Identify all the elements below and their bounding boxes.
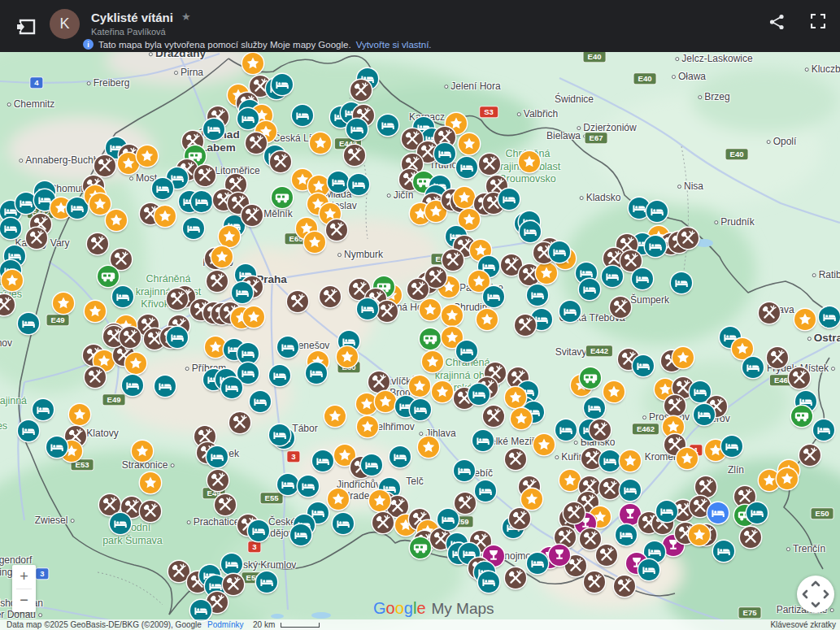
- marker-bed-icon[interactable]: [110, 513, 131, 534]
- marker-star-icon[interactable]: [242, 53, 263, 74]
- marker-bed-icon[interactable]: [237, 343, 259, 364]
- marker-bed-icon[interactable]: [584, 398, 605, 419]
- marker-bed-icon[interactable]: [549, 241, 570, 263]
- marker-bed-icon[interactable]: [520, 221, 541, 242]
- marker-star-icon[interactable]: [505, 387, 526, 408]
- marker-star-icon[interactable]: [409, 376, 430, 397]
- marker-bed-icon[interactable]: [155, 376, 176, 397]
- marker-bed-icon[interactable]: [671, 272, 692, 293]
- marker-star-icon[interactable]: [521, 489, 542, 510]
- zoom-in-button[interactable]: +: [12, 565, 36, 589]
- marker-food-icon[interactable]: [0, 294, 15, 315]
- marker-food-icon[interactable]: [584, 571, 605, 593]
- marker-food-icon[interactable]: [479, 154, 500, 175]
- marker-star-icon[interactable]: [777, 468, 798, 489]
- marker-food-icon[interactable]: [207, 271, 228, 292]
- marker-bed-icon[interactable]: [312, 450, 333, 471]
- marker-food-icon[interactable]: [270, 151, 291, 172]
- marker-food-icon[interactable]: [287, 291, 308, 312]
- marker-bed-icon[interactable]: [277, 474, 298, 495]
- marker-food-icon[interactable]: [664, 395, 685, 416]
- marker-bed-icon[interactable]: [478, 571, 499, 593]
- marker-bed-icon[interactable]: [290, 524, 311, 545]
- marker-camp-icon[interactable]: [98, 266, 119, 287]
- marker-bed-icon[interactable]: [656, 501, 677, 522]
- marker-food-icon[interactable]: [350, 80, 372, 101]
- marker-camp-icon[interactable]: [791, 406, 812, 427]
- marker-bed-icon[interactable]: [221, 554, 242, 575]
- marker-bed-icon[interactable]: [410, 399, 431, 420]
- marker-food-icon[interactable]: [596, 545, 617, 566]
- marker-bed-icon[interactable]: [112, 286, 133, 307]
- marker-food-icon[interactable]: [505, 567, 526, 589]
- avatar[interactable]: K: [50, 9, 80, 39]
- marker-bed-icon[interactable]: [152, 178, 173, 199]
- marker-star-icon[interactable]: [328, 489, 349, 510]
- marker-star-icon[interactable]: [422, 351, 443, 372]
- marker-star-icon[interactable]: [375, 391, 396, 412]
- marker-bed-icon[interactable]: [348, 174, 369, 195]
- marker-food-icon[interactable]: [564, 502, 585, 524]
- marker-bed-icon[interactable]: [498, 189, 520, 210]
- marker-food-icon[interactable]: [207, 470, 228, 491]
- marker-bed-icon[interactable]: [298, 476, 319, 497]
- marker-bed-icon[interactable]: [390, 446, 411, 467]
- marker-star-icon[interactable]: [794, 309, 816, 330]
- marker-star-icon[interactable]: [533, 434, 555, 455]
- marker-bed-icon[interactable]: [269, 424, 290, 445]
- marker-bed-icon[interactable]: [18, 420, 39, 441]
- marker-bed-icon[interactable]: [616, 524, 637, 545]
- marker-star-icon[interactable]: [369, 490, 390, 511]
- marker-bed-icon[interactable]: [183, 218, 204, 239]
- marker-bed-icon[interactable]: [248, 520, 269, 541]
- marker-food-icon[interactable]: [677, 228, 699, 249]
- marker-food-icon[interactable]: [509, 508, 530, 529]
- marker-bed-icon[interactable]: [292, 105, 313, 126]
- marker-bed-icon[interactable]: [33, 399, 54, 420]
- marker-food-icon[interactable]: [407, 279, 429, 300]
- marker-food-icon[interactable]: [614, 576, 635, 597]
- marker-food-icon[interactable]: [505, 449, 526, 470]
- marker-bed-icon[interactable]: [18, 313, 39, 334]
- marker-bed-icon[interactable]: [746, 502, 768, 524]
- marker-bed-icon[interactable]: [713, 541, 734, 562]
- create-own-map-link[interactable]: Vytvořte si vlastní.: [356, 40, 432, 50]
- marker-bed-icon[interactable]: [357, 298, 378, 319]
- marker-food-icon[interactable]: [167, 289, 188, 310]
- marker-bed-icon[interactable]: [599, 450, 620, 471]
- marker-star-icon[interactable]: [324, 406, 346, 427]
- marker-bed-icon[interactable]: [221, 377, 242, 398]
- marker-bed-icon[interactable]: [167, 327, 188, 348]
- marker-camp-icon[interactable]: [420, 328, 441, 350]
- marker-food-icon[interactable]: [368, 371, 390, 393]
- marker-food-icon[interactable]: [320, 286, 341, 307]
- marker-food-icon[interactable]: [767, 347, 788, 368]
- marker-food-icon[interactable]: [87, 233, 108, 254]
- marker-star-icon[interactable]: [140, 472, 161, 493]
- marker-star-icon[interactable]: [357, 416, 378, 437]
- map[interactable]: ChemnitzFreibergPirnaDrážďanyAnnaberg-Bu…: [0, 52, 840, 630]
- marker-star-icon[interactable]: [132, 441, 153, 462]
- marker-food-icon[interactable]: [26, 228, 47, 249]
- marker-bed-icon[interactable]: [742, 357, 764, 378]
- marker-star-icon[interactable]: [511, 408, 532, 429]
- marker-bed-icon[interactable]: [306, 363, 327, 384]
- marker-bed-icon[interactable]: [203, 119, 224, 140]
- marker-bed-icon[interactable]: [456, 341, 477, 362]
- marker-bed-icon[interactable]: [468, 384, 490, 405]
- share-icon[interactable]: [769, 14, 785, 30]
- marker-star-icon[interactable]: [337, 346, 358, 367]
- marker-camp-icon[interactable]: [410, 537, 431, 558]
- marker-bed-icon[interactable]: [434, 143, 455, 164]
- marker-star-icon[interactable]: [155, 206, 176, 227]
- marker-bed-icon[interactable]: [454, 460, 475, 481]
- marker-bed-icon[interactable]: [638, 559, 659, 580]
- marker-bed-icon[interactable]: [272, 74, 293, 95]
- marker-star-icon[interactable]: [106, 210, 127, 231]
- marker-food-icon[interactable]: [599, 478, 620, 499]
- marker-bed-icon[interactable]: [191, 191, 212, 212]
- marker-food-icon[interactable]: [229, 412, 250, 433]
- marker-food-icon[interactable]: [215, 494, 236, 515]
- marker-star-icon[interactable]: [211, 246, 233, 267]
- marker-bed-icon[interactable]: [475, 480, 496, 502]
